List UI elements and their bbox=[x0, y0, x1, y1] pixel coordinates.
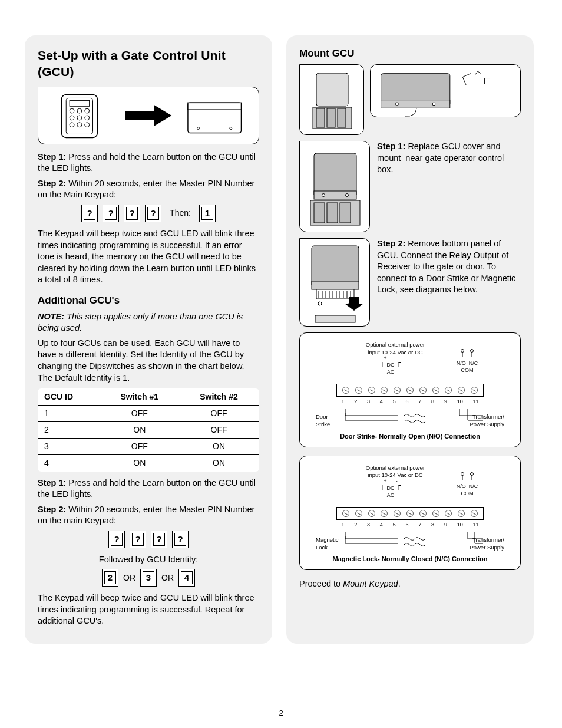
svg-point-15 bbox=[197, 127, 200, 129]
svg-marker-12 bbox=[125, 105, 172, 126]
table-row: 4ONON bbox=[38, 454, 259, 471]
terminal-numbers: 1234567891011 bbox=[336, 398, 484, 405]
svg-rect-20 bbox=[327, 108, 335, 127]
left-step2b: Step 2: Within 20 seconds, enter the Mas… bbox=[38, 504, 259, 527]
additional-heading: Additional GCU's bbox=[38, 294, 259, 308]
svg-rect-31 bbox=[314, 203, 325, 223]
svg-point-9 bbox=[70, 122, 74, 127]
key-pin2-2: ? bbox=[130, 531, 146, 548]
gcu-closed-icon bbox=[370, 64, 521, 117]
table-row: 1OFFOFF bbox=[38, 405, 259, 421]
left-step1b: Step 1: Press and hold the Learn button … bbox=[38, 477, 259, 500]
svg-point-11 bbox=[85, 122, 90, 127]
or-1: OR bbox=[123, 572, 135, 584]
key-id-2: 2 bbox=[102, 569, 118, 587]
left-column: Set-Up with a Gate Control Unit (GCU) bbox=[25, 35, 272, 644]
key-id-4: 4 bbox=[178, 569, 195, 587]
svg-point-6 bbox=[70, 116, 74, 120]
followed-label: Followed by GCU Identity: bbox=[38, 554, 259, 566]
wiring-door-strike: Optional external power input 10-24 Vac … bbox=[299, 332, 521, 447]
svg-rect-32 bbox=[327, 203, 338, 223]
svg-point-29 bbox=[346, 193, 349, 196]
key-pin2-1: ? bbox=[108, 531, 125, 548]
pin-row-2: ? ? ? ? bbox=[38, 531, 259, 548]
svg-rect-2 bbox=[70, 100, 89, 106]
left-step1: Step 1: Press and hold the Learn button … bbox=[38, 151, 259, 174]
svg-point-3 bbox=[70, 108, 74, 113]
terminal-strip bbox=[336, 384, 484, 397]
svg-rect-14 bbox=[188, 103, 242, 110]
right-wire-label: Transformer/ Power Supply bbox=[457, 413, 504, 429]
svg-point-47 bbox=[318, 302, 322, 305]
wiring-magnetic-lock: Optional external power input 10-24 Vac … bbox=[299, 456, 521, 571]
svg-point-8 bbox=[85, 116, 90, 120]
keypad-to-gcu-icon bbox=[38, 87, 259, 144]
additional-para: Up to four GCUs can be used. Each GCU wi… bbox=[38, 338, 259, 384]
then-label: Then: bbox=[170, 207, 191, 219]
left-result2: The Keypad will beep twice and GCU LED w… bbox=[38, 592, 259, 627]
svg-rect-21 bbox=[338, 108, 346, 127]
svg-point-28 bbox=[322, 193, 325, 196]
mount-step2-row: Step 2: Remove bottom panel of GCU. Conn… bbox=[299, 238, 521, 327]
identity-row: 2 OR 3 OR 4 bbox=[38, 569, 259, 587]
svg-point-25 bbox=[432, 103, 435, 106]
svg-point-56 bbox=[471, 472, 474, 475]
left-result: The Keypad will beep twice and GCU LED w… bbox=[38, 228, 259, 286]
key-one: 1 bbox=[199, 205, 216, 222]
page-number: 2 bbox=[0, 709, 562, 717]
table-header: GCU ID Switch #1 Switch #2 bbox=[38, 389, 259, 406]
key-pin2-4: ? bbox=[172, 531, 189, 548]
key-pin-2: ? bbox=[103, 205, 119, 222]
svg-point-4 bbox=[77, 108, 82, 113]
svg-point-55 bbox=[461, 472, 464, 475]
gcu-open-icon bbox=[299, 64, 364, 135]
wiring2-caption: Magnetic Lock- Normally Closed (N/C) Con… bbox=[306, 555, 514, 564]
left-step2-lead: Step 2: Within 20 seconds, enter the Mas… bbox=[38, 178, 259, 201]
key-id-3: 3 bbox=[140, 569, 157, 587]
gcu-table: GCU ID Switch #1 Switch #2 1OFFOFF 2ONOF… bbox=[38, 388, 259, 471]
table-row: 3OFFON bbox=[38, 438, 259, 454]
svg-rect-50 bbox=[315, 315, 355, 322]
svg-point-51 bbox=[461, 349, 464, 352]
key-pin2-3: ? bbox=[151, 531, 167, 548]
key-pin-1: ? bbox=[81, 205, 98, 222]
svg-point-5 bbox=[85, 108, 90, 113]
svg-point-10 bbox=[77, 122, 82, 127]
mount-step1: Step 1: Step 1: Replace GCU cover and mo… bbox=[377, 141, 521, 232]
additional-note: NOTE: This step applies only if more tha… bbox=[38, 311, 259, 334]
svg-rect-33 bbox=[340, 203, 351, 223]
key-pin-3: ? bbox=[124, 205, 140, 222]
svg-point-52 bbox=[471, 349, 474, 352]
key-pin-4: ? bbox=[145, 205, 161, 222]
proceed-line: Proceed to Mount Keypad. bbox=[299, 578, 521, 590]
or-2: OR bbox=[161, 572, 174, 584]
wiring1-caption: Door Strike- Normally Open (N/O) Connect… bbox=[306, 432, 514, 441]
mount-step1-row: Step 1: Step 1: Replace GCU cover and mo… bbox=[299, 141, 521, 232]
gcu-bottom-panel-icon bbox=[299, 238, 370, 327]
svg-rect-26 bbox=[314, 153, 356, 197]
left-wire-label: DoorStrike bbox=[316, 413, 363, 429]
svg-rect-23 bbox=[381, 100, 450, 108]
pin-then-1: ? ? ? ? Then: 1 bbox=[38, 205, 259, 222]
right-title: Mount GCU bbox=[299, 47, 521, 61]
left-title: Set-Up with a Gate Control Unit (GCU) bbox=[38, 47, 259, 81]
svg-point-16 bbox=[230, 127, 232, 129]
table-row: 2ONOFF bbox=[38, 421, 259, 438]
svg-point-7 bbox=[77, 116, 82, 120]
svg-rect-19 bbox=[316, 108, 325, 127]
right-column: Mount GCU bbox=[286, 35, 534, 644]
setup-illustration bbox=[38, 87, 259, 144]
gcu-assembled-icon bbox=[299, 141, 370, 232]
svg-rect-17 bbox=[316, 73, 348, 106]
svg-point-24 bbox=[395, 103, 398, 106]
svg-rect-35 bbox=[312, 281, 359, 289]
mount-step2: Step 2: Remove bottom panel of GCU. Conn… bbox=[377, 238, 521, 327]
svg-rect-27 bbox=[314, 191, 356, 199]
mount-illus-pair-1 bbox=[299, 64, 521, 135]
